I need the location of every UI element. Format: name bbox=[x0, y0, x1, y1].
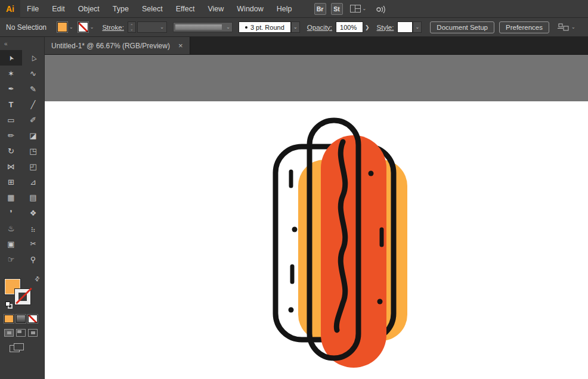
seasoning-dot[interactable] bbox=[289, 307, 294, 313]
tool-width[interactable]: ⋈ bbox=[0, 159, 22, 174]
width-profile-preview bbox=[175, 24, 222, 30]
tool-paintbrush[interactable]: ✐ bbox=[22, 112, 44, 128]
stroke-color-control[interactable]: ⌄ bbox=[78, 22, 94, 32]
tool-magic-wand[interactable]: ✶ bbox=[0, 66, 22, 81]
bridge-button[interactable]: Br bbox=[314, 3, 326, 15]
stroke-swatch[interactable] bbox=[15, 289, 30, 305]
fill-color-swatch[interactable] bbox=[57, 22, 67, 32]
sausage-fill-shape[interactable] bbox=[321, 135, 386, 368]
draw-behind-button[interactable] bbox=[16, 329, 26, 337]
stroke-weight-stepper[interactable]: ⌃ ⌄ bbox=[128, 21, 136, 33]
document-setup-button[interactable]: Document Setup bbox=[430, 21, 494, 33]
screen-mode-icon bbox=[14, 343, 24, 350]
tool-slice[interactable]: ✂ bbox=[22, 236, 44, 251]
tool-column-graph[interactable]: ⣦ bbox=[22, 220, 44, 236]
width-icon: ⋈ bbox=[7, 162, 15, 171]
menu-file[interactable]: File bbox=[20, 0, 45, 17]
tool-scale[interactable]: ◳ bbox=[22, 143, 44, 159]
color-mode-buttons bbox=[4, 315, 38, 323]
blend-icon: ❖ bbox=[30, 209, 37, 218]
tool-direct-selection[interactable]: ▷ bbox=[22, 50, 44, 66]
stock-button[interactable]: St bbox=[331, 3, 343, 15]
menu-bar: Ai FileEditObjectTypeSelectEffectViewWin… bbox=[0, 0, 588, 18]
default-fill-stroke-icon[interactable] bbox=[5, 302, 13, 309]
menu-items: FileEditObjectTypeSelectEffectViewWindow… bbox=[20, 0, 299, 17]
color-button[interactable] bbox=[4, 315, 14, 323]
menu-edit[interactable]: Edit bbox=[45, 0, 72, 17]
draw-inside-button[interactable] bbox=[28, 329, 38, 337]
tool-eraser[interactable]: ◪ bbox=[22, 128, 44, 143]
style-dropdown-arrow[interactable]: ⌄ bbox=[413, 21, 422, 33]
tool-mesh[interactable]: ▦ bbox=[0, 190, 22, 205]
slice-icon: ✂ bbox=[30, 240, 36, 248]
tab-close-icon[interactable]: × bbox=[178, 41, 183, 50]
direct-selection-icon: ▷ bbox=[29, 54, 38, 61]
menu-object[interactable]: Object bbox=[72, 0, 106, 17]
tool-curvature[interactable]: ✎ bbox=[22, 81, 44, 97]
collapse-panel-icon[interactable]: « bbox=[4, 41, 8, 47]
stroke-label[interactable]: Stroke: bbox=[102, 24, 123, 31]
tool-rectangle[interactable]: ▭ bbox=[0, 112, 22, 128]
chevron-down-icon: ⌄ bbox=[160, 24, 164, 30]
tools-panel-header[interactable]: « bbox=[0, 37, 44, 50]
opacity-label[interactable]: Opacity: bbox=[307, 24, 332, 31]
menu-effect[interactable]: Effect bbox=[169, 0, 202, 17]
align-options-button[interactable]: ⌄ bbox=[558, 23, 575, 32]
tool-lasso[interactable]: ∿ bbox=[22, 66, 44, 81]
none-button[interactable] bbox=[28, 315, 38, 323]
menu-help[interactable]: Help bbox=[270, 0, 299, 17]
tool-pen[interactable]: ✒ bbox=[0, 81, 22, 97]
canvas-pasteboard[interactable] bbox=[45, 55, 588, 379]
preferences-button[interactable]: Preferences bbox=[499, 21, 549, 33]
paintbrush-icon: ✐ bbox=[30, 116, 36, 125]
tool-blend[interactable]: ❖ bbox=[22, 205, 44, 220]
seasoning-dot[interactable] bbox=[377, 299, 383, 305]
tool-free-transform[interactable]: ◰ bbox=[22, 159, 44, 174]
chevron-down-icon: ⌄ bbox=[90, 24, 94, 30]
tool-hand[interactable]: ☞ bbox=[0, 251, 22, 267]
variable-width-profile-dropdown[interactable]: ⌄ bbox=[173, 22, 233, 32]
stepper-down-icon[interactable]: ⌄ bbox=[130, 27, 133, 31]
tool-zoom[interactable]: ⚲ bbox=[22, 251, 44, 267]
tool-pencil[interactable]: ✏ bbox=[0, 128, 22, 143]
seasoning-dot[interactable] bbox=[292, 227, 298, 232]
brush-definition-dropdown[interactable]: 3 pt. Round bbox=[239, 21, 291, 33]
tool-shape-builder[interactable]: ⊞ bbox=[0, 174, 22, 190]
chevron-down-icon: ⌄ bbox=[363, 6, 367, 11]
menu-window[interactable]: Window bbox=[230, 0, 270, 17]
tool-perspective-grid[interactable]: ⊿ bbox=[22, 174, 44, 190]
tool-selection[interactable]: ➤ bbox=[0, 50, 22, 66]
chevron-down-icon: ⌄ bbox=[571, 24, 575, 30]
screen-mode-button[interactable] bbox=[10, 343, 24, 352]
tool-gradient[interactable]: ▤ bbox=[22, 190, 44, 205]
tool-rotate[interactable]: ↻ bbox=[0, 143, 22, 159]
gradient-button[interactable] bbox=[16, 315, 26, 323]
share-button[interactable] bbox=[375, 4, 386, 14]
menu-type[interactable]: Type bbox=[106, 0, 135, 17]
menu-select[interactable]: Select bbox=[135, 0, 169, 17]
swap-fill-stroke-icon[interactable]: ⇄ bbox=[33, 275, 41, 283]
document-tab-bar: Untitled-1* @ 66.67% (RGB/Preview) × bbox=[45, 37, 588, 55]
draw-normal-button[interactable] bbox=[4, 329, 14, 337]
menu-view[interactable]: View bbox=[201, 0, 230, 17]
magic-wand-icon: ✶ bbox=[8, 69, 14, 78]
document-tab[interactable]: Untitled-1* @ 66.67% (RGB/Preview) × bbox=[45, 37, 190, 54]
gradient-icon: ▤ bbox=[29, 193, 36, 202]
opacity-expand-icon[interactable]: ❯ bbox=[365, 24, 370, 30]
tool-eyedropper[interactable]: ❜ bbox=[0, 205, 22, 220]
tool-type[interactable]: T bbox=[0, 97, 22, 112]
style-label[interactable]: Style: bbox=[377, 24, 394, 31]
tool-line-segment[interactable]: ╱ bbox=[22, 97, 44, 112]
selection-icon: ➤ bbox=[7, 54, 16, 62]
scale-icon: ◳ bbox=[29, 147, 36, 156]
tool-symbol-sprayer[interactable]: ♨ bbox=[0, 220, 22, 236]
stroke-weight-dropdown[interactable]: ⌄ bbox=[137, 21, 167, 33]
brush-dropdown-arrow[interactable]: ⌄ bbox=[291, 21, 300, 33]
opacity-input[interactable]: 100% bbox=[336, 21, 363, 33]
fill-color-control[interactable]: ⌄ bbox=[57, 22, 73, 32]
seasoning-dot[interactable] bbox=[369, 171, 374, 176]
style-dropdown[interactable] bbox=[397, 21, 413, 33]
arrange-documents-button[interactable]: ⌄ bbox=[350, 5, 367, 13]
tool-artboard[interactable]: ▣ bbox=[0, 236, 22, 251]
stroke-color-swatch[interactable] bbox=[78, 22, 88, 32]
